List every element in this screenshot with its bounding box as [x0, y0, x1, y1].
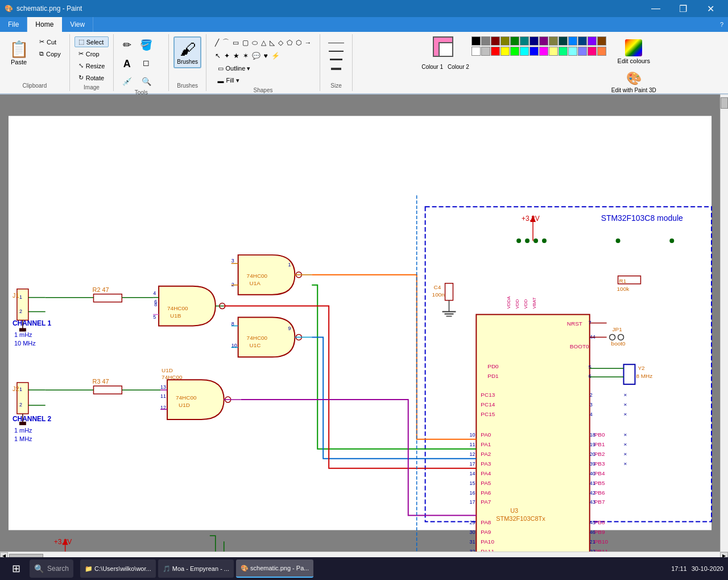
tab-file[interactable]: File — [0, 17, 27, 32]
search-bar[interactable]: 🔍 Search — [30, 560, 73, 578]
color-swatch[interactable] — [500, 36, 510, 46]
pin10: 10 — [469, 432, 475, 438]
vscroll-thumb[interactable] — [721, 97, 728, 109]
star6-shape[interactable]: ✶ — [242, 51, 250, 61]
color-swatch[interactable] — [549, 36, 558, 46]
tab-view[interactable]: View — [62, 17, 93, 32]
star5-shape[interactable]: ★ — [232, 51, 241, 61]
size-button[interactable] — [325, 36, 348, 76]
color-swatch[interactable] — [491, 47, 500, 56]
resize-button[interactable]: ⤡ Resize — [75, 60, 109, 71]
color-swatch[interactable] — [471, 36, 481, 46]
pencil-tool[interactable]: ✏ — [118, 36, 135, 54]
vdd5 — [616, 238, 621, 243]
arrow-shape[interactable]: → — [304, 38, 313, 48]
color-swatch[interactable] — [568, 36, 577, 46]
paste-button[interactable]: 📋 Paste — [5, 36, 33, 71]
fill-button[interactable]: ▬ Fill ▾ — [214, 75, 255, 86]
color-swatch[interactable] — [481, 36, 490, 46]
color-swatch[interactable] — [588, 36, 597, 46]
cut-button[interactable]: ✂ Cut — [35, 36, 65, 47]
tools-content: ✏ 🪣 A ◻ 💉 🔍 — [118, 36, 164, 88]
arrow2-shape[interactable]: ↖ — [214, 51, 222, 61]
color-swatch[interactable] — [578, 47, 587, 56]
color-swatch[interactable] — [530, 36, 539, 46]
triangle-shape[interactable]: △ — [260, 38, 267, 48]
color-swatch[interactable] — [520, 47, 529, 56]
taskbar-apps: 📁 C:\Users\wilko\wor...🎵 Moa - Empyrean … — [80, 560, 313, 578]
close-button[interactable]: ✕ — [697, 0, 723, 17]
crop-button[interactable]: ✂ Crop — [75, 48, 109, 59]
color-swatch[interactable] — [597, 47, 606, 56]
color-swatch[interactable] — [588, 47, 597, 56]
ellipse-shape[interactable]: ⬭ — [251, 38, 259, 48]
color-swatch[interactable] — [520, 36, 529, 46]
ribbon-group-image: ⬚ Select ✂ Crop ⤡ Resize ↻ Rotate Image — [70, 34, 114, 91]
crop-icon: ✂ — [78, 50, 84, 57]
canvas-area[interactable]: STM32F103C8 module +3.3V U3 STM — [0, 94, 720, 552]
color-swatch[interactable] — [481, 47, 490, 56]
pc14-label: PC14 — [481, 401, 495, 408]
color-swatch[interactable] — [549, 47, 558, 56]
picker-tool[interactable]: 💉 — [118, 75, 135, 88]
shapes-content: ╱ ⌒ ▭ ▢ ⬭ △ ◺ ◇ ⬠ ⬡ → ↖ ✦ ★ ✶ 💬 ♥ ⚡ — [214, 36, 313, 86]
y2-label: Y2 — [638, 365, 645, 371]
rotate-button[interactable]: ↻ Rotate — [75, 72, 109, 83]
color-swatch[interactable] — [510, 36, 519, 46]
vertical-scrollbar[interactable] — [720, 94, 728, 552]
color-swatch[interactable] — [559, 36, 568, 46]
title-bar: 🎨 schematic.png - Paint — ❐ ✕ — [0, 0, 728, 17]
color-swatch[interactable] — [510, 47, 519, 56]
color-swatch[interactable] — [578, 36, 587, 46]
pin39: 39 — [590, 461, 595, 467]
color-swatch[interactable] — [539, 47, 548, 56]
curve-shape[interactable]: ⌒ — [221, 36, 230, 48]
color-swatch[interactable] — [539, 36, 548, 46]
vdd4 — [542, 238, 547, 243]
tab-home[interactable]: Home — [27, 17, 62, 32]
eraser-tool[interactable]: ◻ — [138, 56, 155, 69]
round-rect-shape[interactable]: ▢ — [241, 38, 250, 48]
fill-tool[interactable]: 🪣 — [138, 36, 155, 54]
brush-button[interactable]: 🖌 Brushes — [173, 36, 201, 68]
taskbar-app-button[interactable]: 🎵 Moa - Empyrean - ... — [158, 560, 234, 578]
lightning-shape[interactable]: ⚡ — [270, 51, 281, 61]
edit-colours-button[interactable]: Edit colours — [609, 36, 659, 67]
text-tool[interactable]: A — [118, 56, 135, 72]
color-row-1 — [471, 36, 606, 46]
color-swatch[interactable] — [597, 36, 606, 46]
star4-shape[interactable]: ✦ — [223, 51, 231, 61]
size-content — [325, 36, 348, 81]
heart-shape[interactable]: ♥ — [263, 51, 269, 61]
taskbar-app-button[interactable]: 📁 C:\Users\wilko\wor... — [80, 560, 156, 578]
color-swatch[interactable] — [559, 47, 568, 56]
pin22: 22 — [590, 549, 595, 552]
outline-button[interactable]: ▭ Outline ▾ — [214, 63, 255, 74]
pc13-label: PC13 — [481, 392, 495, 398]
color-swatch[interactable] — [491, 36, 500, 46]
rt-triangle-shape[interactable]: ◺ — [268, 38, 276, 48]
windows-start-button[interactable]: ⊞ — [5, 557, 27, 580]
copy-button[interactable]: ⧉ Copy — [35, 48, 65, 59]
diamond-shape[interactable]: ◇ — [277, 38, 284, 48]
select-button[interactable]: ⬚ Select — [75, 36, 109, 47]
maximize-button[interactable]: ❐ — [670, 0, 696, 17]
zoom-tool[interactable]: 🔍 — [138, 75, 155, 88]
color1-selector[interactable] — [433, 36, 458, 61]
minimize-button[interactable]: — — [643, 0, 669, 17]
color-swatch[interactable] — [500, 47, 510, 56]
callout-shape[interactable]: 💬 — [251, 51, 262, 61]
pentagon-shape[interactable]: ⬠ — [286, 38, 293, 48]
color-swatch[interactable] — [471, 47, 481, 56]
rect-shape[interactable]: ▭ — [231, 38, 240, 48]
color-swatch[interactable] — [530, 47, 539, 56]
color-swatch[interactable] — [568, 47, 577, 56]
help-button[interactable]: ? — [715, 17, 728, 32]
clipboard-content: 📋 Paste ✂ Cut ⧉ Copy — [5, 36, 65, 81]
edit-paint3d-button[interactable]: 🎨 Edit with Paint 3D — [609, 68, 659, 96]
color-palette — [471, 36, 606, 56]
line-shape[interactable]: ╱ — [214, 38, 220, 48]
hexagon-shape[interactable]: ⬡ — [295, 38, 303, 48]
pin40: 40 — [590, 471, 595, 476]
taskbar-app-button[interactable]: 🎨 schematic.png - Pa... — [236, 560, 313, 578]
